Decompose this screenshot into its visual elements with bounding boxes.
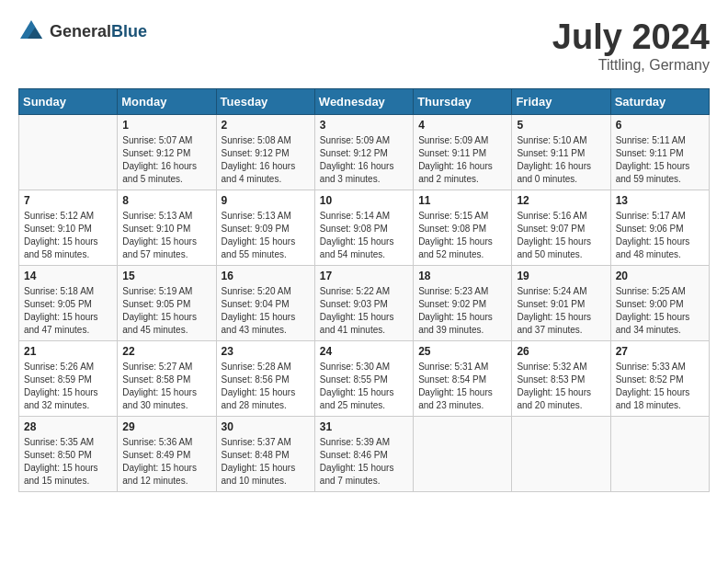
logo-text-blue: Blue — [111, 22, 147, 40]
day-info: Sunrise: 5:33 AM Sunset: 8:52 PM Dayligh… — [616, 361, 704, 412]
day-info: Sunrise: 5:20 AM Sunset: 9:04 PM Dayligh… — [222, 285, 310, 337]
day-number: 22 — [122, 345, 210, 358]
day-info: Sunrise: 5:11 AM Sunset: 9:11 PM Dayligh… — [616, 134, 704, 186]
calendar-week-row: 14Sunrise: 5:18 AM Sunset: 9:05 PM Dayli… — [19, 265, 710, 340]
calendar-cell: 27Sunrise: 5:33 AM Sunset: 8:52 PM Dayli… — [610, 340, 709, 416]
page-header: GeneralBlue July 2024 Tittling, Germany — [18, 18, 710, 74]
day-number: 7 — [24, 194, 112, 207]
day-number: 19 — [517, 270, 605, 282]
month-year: July 2024 — [552, 18, 710, 57]
logo-text-general: General — [50, 22, 111, 40]
day-info: Sunrise: 5:35 AM Sunset: 8:50 PM Dayligh… — [24, 436, 112, 488]
calendar-cell: 4Sunrise: 5:09 AM Sunset: 9:11 PM Daylig… — [414, 114, 512, 190]
day-number: 2 — [222, 119, 310, 132]
logo: GeneralBlue — [18, 18, 147, 44]
day-info: Sunrise: 5:32 AM Sunset: 8:53 PM Dayligh… — [517, 361, 605, 412]
day-number: 13 — [616, 194, 704, 207]
calendar-cell: 1Sunrise: 5:07 AM Sunset: 9:12 PM Daylig… — [118, 114, 216, 190]
calendar-day-header: Monday — [118, 88, 216, 114]
calendar-cell: 7Sunrise: 5:12 AM Sunset: 9:10 PM Daylig… — [19, 190, 118, 265]
calendar-cell: 18Sunrise: 5:23 AM Sunset: 9:02 PM Dayli… — [414, 265, 512, 340]
day-info: Sunrise: 5:13 AM Sunset: 9:10 PM Dayligh… — [122, 210, 210, 261]
calendar-day-header: Sunday — [19, 88, 118, 114]
day-number: 20 — [616, 270, 704, 282]
calendar-cell: 13Sunrise: 5:17 AM Sunset: 9:06 PM Dayli… — [610, 190, 709, 265]
title-block: July 2024 Tittling, Germany — [552, 18, 710, 74]
day-info: Sunrise: 5:17 AM Sunset: 9:06 PM Dayligh… — [616, 210, 704, 261]
calendar-cell: 23Sunrise: 5:28 AM Sunset: 8:56 PM Dayli… — [216, 340, 314, 416]
calendar-cell: 2Sunrise: 5:08 AM Sunset: 9:12 PM Daylig… — [216, 114, 314, 190]
day-number: 31 — [320, 420, 408, 433]
calendar-week-row: 1Sunrise: 5:07 AM Sunset: 9:12 PM Daylig… — [19, 114, 710, 190]
day-number: 9 — [222, 194, 310, 207]
day-info: Sunrise: 5:27 AM Sunset: 8:58 PM Dayligh… — [122, 361, 210, 412]
day-info: Sunrise: 5:28 AM Sunset: 8:56 PM Dayligh… — [222, 361, 310, 412]
day-info: Sunrise: 5:31 AM Sunset: 8:54 PM Dayligh… — [418, 361, 506, 412]
day-info: Sunrise: 5:08 AM Sunset: 9:12 PM Dayligh… — [222, 134, 310, 186]
calendar-cell: 10Sunrise: 5:14 AM Sunset: 9:08 PM Dayli… — [314, 190, 413, 265]
calendar-table: SundayMondayTuesdayWednesdayThursdayFrid… — [18, 88, 710, 492]
day-info: Sunrise: 5:16 AM Sunset: 9:07 PM Dayligh… — [517, 210, 605, 261]
day-number: 4 — [418, 119, 506, 132]
calendar-cell: 9Sunrise: 5:13 AM Sunset: 9:09 PM Daylig… — [216, 190, 314, 265]
day-number: 18 — [418, 270, 506, 282]
calendar-cell: 31Sunrise: 5:39 AM Sunset: 8:46 PM Dayli… — [314, 416, 413, 491]
day-info: Sunrise: 5:36 AM Sunset: 8:49 PM Dayligh… — [122, 436, 210, 488]
day-info: Sunrise: 5:26 AM Sunset: 8:59 PM Dayligh… — [24, 361, 112, 412]
calendar-cell: 29Sunrise: 5:36 AM Sunset: 8:49 PM Dayli… — [118, 416, 216, 491]
day-info: Sunrise: 5:15 AM Sunset: 9:08 PM Dayligh… — [418, 210, 506, 261]
day-info: Sunrise: 5:07 AM Sunset: 9:12 PM Dayligh… — [122, 134, 210, 186]
location: Tittling, Germany — [552, 57, 710, 74]
calendar-cell: 11Sunrise: 5:15 AM Sunset: 9:08 PM Dayli… — [414, 190, 512, 265]
day-number: 14 — [24, 270, 112, 282]
day-info: Sunrise: 5:18 AM Sunset: 9:05 PM Dayligh… — [24, 285, 112, 337]
day-info: Sunrise: 5:30 AM Sunset: 8:55 PM Dayligh… — [320, 361, 408, 412]
calendar-cell: 26Sunrise: 5:32 AM Sunset: 8:53 PM Dayli… — [512, 340, 610, 416]
calendar-cell: 25Sunrise: 5:31 AM Sunset: 8:54 PM Dayli… — [414, 340, 512, 416]
calendar-cell: 12Sunrise: 5:16 AM Sunset: 9:07 PM Dayli… — [512, 190, 610, 265]
calendar-day-header: Thursday — [414, 88, 512, 114]
day-info: Sunrise: 5:39 AM Sunset: 8:46 PM Dayligh… — [320, 436, 408, 488]
calendar-day-header: Friday — [512, 88, 610, 114]
calendar-cell: 19Sunrise: 5:24 AM Sunset: 9:01 PM Dayli… — [512, 265, 610, 340]
day-number: 25 — [418, 345, 506, 358]
day-info: Sunrise: 5:37 AM Sunset: 8:48 PM Dayligh… — [222, 436, 310, 488]
logo-icon — [18, 18, 44, 44]
calendar-cell: 16Sunrise: 5:20 AM Sunset: 9:04 PM Dayli… — [216, 265, 314, 340]
day-number: 26 — [517, 345, 605, 358]
calendar-cell: 24Sunrise: 5:30 AM Sunset: 8:55 PM Dayli… — [314, 340, 413, 416]
day-number: 17 — [320, 270, 408, 282]
calendar-cell — [19, 114, 118, 190]
calendar-body: 1Sunrise: 5:07 AM Sunset: 9:12 PM Daylig… — [19, 114, 710, 491]
day-info: Sunrise: 5:23 AM Sunset: 9:02 PM Dayligh… — [418, 285, 506, 337]
calendar-cell: 8Sunrise: 5:13 AM Sunset: 9:10 PM Daylig… — [118, 190, 216, 265]
calendar-cell — [414, 416, 512, 491]
day-number: 27 — [616, 345, 704, 358]
calendar-week-row: 21Sunrise: 5:26 AM Sunset: 8:59 PM Dayli… — [19, 340, 710, 416]
calendar-cell: 28Sunrise: 5:35 AM Sunset: 8:50 PM Dayli… — [19, 416, 118, 491]
calendar-cell — [610, 416, 709, 491]
calendar-cell: 30Sunrise: 5:37 AM Sunset: 8:48 PM Dayli… — [216, 416, 314, 491]
day-info: Sunrise: 5:22 AM Sunset: 9:03 PM Dayligh… — [320, 285, 408, 337]
day-number: 21 — [24, 345, 112, 358]
day-info: Sunrise: 5:14 AM Sunset: 9:08 PM Dayligh… — [320, 210, 408, 261]
day-number: 23 — [222, 345, 310, 358]
day-info: Sunrise: 5:13 AM Sunset: 9:09 PM Dayligh… — [222, 210, 310, 261]
day-info: Sunrise: 5:09 AM Sunset: 9:12 PM Dayligh… — [320, 134, 408, 186]
day-number: 6 — [616, 119, 704, 132]
day-number: 8 — [122, 194, 210, 207]
calendar-day-header: Saturday — [610, 88, 709, 114]
day-number: 1 — [122, 119, 210, 132]
calendar-day-header: Wednesday — [314, 88, 413, 114]
day-number: 24 — [320, 345, 408, 358]
calendar-cell: 20Sunrise: 5:25 AM Sunset: 9:00 PM Dayli… — [610, 265, 709, 340]
day-number: 12 — [517, 194, 605, 207]
day-info: Sunrise: 5:09 AM Sunset: 9:11 PM Dayligh… — [418, 134, 506, 186]
day-number: 29 — [122, 420, 210, 433]
day-number: 28 — [24, 420, 112, 433]
day-number: 5 — [517, 119, 605, 132]
calendar-week-row: 7Sunrise: 5:12 AM Sunset: 9:10 PM Daylig… — [19, 190, 710, 265]
day-info: Sunrise: 5:25 AM Sunset: 9:00 PM Dayligh… — [616, 285, 704, 337]
calendar-cell: 22Sunrise: 5:27 AM Sunset: 8:58 PM Dayli… — [118, 340, 216, 416]
day-info: Sunrise: 5:19 AM Sunset: 9:05 PM Dayligh… — [122, 285, 210, 337]
